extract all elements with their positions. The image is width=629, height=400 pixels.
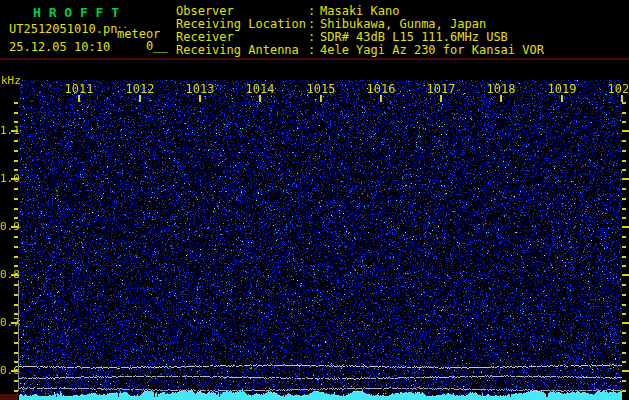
time-tick-label: 1014 <box>238 83 282 96</box>
freq-minor-tick-right <box>622 112 626 114</box>
info-label: Receiving Antenna <box>176 44 299 57</box>
freq-major-tick <box>11 274 18 276</box>
freq-minor-tick-right <box>622 188 626 190</box>
freq-major-tick-right <box>622 274 629 276</box>
freq-minor-tick-right <box>622 208 626 210</box>
freq-minor-tick-right <box>622 313 626 315</box>
freq-major-tick-right <box>622 370 629 372</box>
freq-minor-tick-right <box>622 198 626 200</box>
freq-minor-tick-right <box>622 294 626 296</box>
freq-minor-tick-right <box>622 236 626 238</box>
app-title: H R O F F T <box>33 5 119 20</box>
freq-minor-tick <box>14 160 18 162</box>
freq-major-tick <box>11 226 18 228</box>
freq-minor-tick-right <box>622 361 626 363</box>
time-tick-label: 1015 <box>299 83 343 96</box>
freq-minor-tick-right <box>622 380 626 382</box>
freq-minor-tick <box>14 198 18 200</box>
start-artifact-line <box>18 280 19 391</box>
time-tick <box>440 95 442 102</box>
freq-minor-tick <box>14 150 18 152</box>
freq-major-tick <box>11 322 18 324</box>
time-tick-label: 1018 <box>479 83 523 96</box>
freq-minor-tick <box>14 265 18 267</box>
freq-minor-tick-right <box>622 150 626 152</box>
time-tick <box>78 95 80 102</box>
time-tick-label: 1020 <box>600 83 629 96</box>
freq-minor-tick-right <box>622 217 626 219</box>
freq-major-tick-right <box>622 130 629 132</box>
freq-minor-tick <box>14 246 18 248</box>
freq-minor-tick <box>14 217 18 219</box>
freq-minor-tick-right <box>622 160 626 162</box>
freq-minor-tick-right <box>622 390 626 392</box>
freq-major-tick <box>11 370 18 372</box>
freq-minor-tick <box>14 256 18 258</box>
freq-minor-tick-right <box>622 352 626 354</box>
info-colon: : <box>308 44 315 57</box>
freq-minor-tick-right <box>622 121 626 123</box>
filename: UT2512051010.pn <box>9 23 117 36</box>
freq-minor-tick-right <box>622 102 626 104</box>
freq-minor-tick-right <box>622 169 626 171</box>
time-tick-label: 1013 <box>178 83 222 96</box>
freq-minor-tick-right <box>622 256 626 258</box>
info-value: 4ele Yagi Az 230 for Kansai VOR <box>320 44 544 57</box>
time-tick <box>259 95 261 102</box>
freq-minor-tick-right <box>622 342 626 344</box>
freq-minor-tick <box>14 188 18 190</box>
time-tick-label: 1016 <box>359 83 403 96</box>
freq-minor-tick <box>14 169 18 171</box>
freq-major-tick-right <box>622 178 629 180</box>
time-tick <box>621 95 623 102</box>
time-tick <box>380 95 382 102</box>
hrofft-screen: H R O F F T UT2512051010.pn .. meteor 25… <box>0 0 629 400</box>
freq-minor-tick <box>14 102 18 104</box>
time-tick-label: 1017 <box>419 83 463 96</box>
freq-major-tick-right <box>622 226 629 228</box>
time-tick-label: 1012 <box>118 83 162 96</box>
time-tick-label: 1011 <box>57 83 101 96</box>
freq-minor-tick-right <box>622 246 626 248</box>
freq-minor-tick-right <box>622 140 626 142</box>
freq-minor-tick-right <box>622 332 626 334</box>
freq-minor-tick <box>14 121 18 123</box>
freq-minor-tick-right <box>622 284 626 286</box>
freq-minor-tick-right <box>622 304 626 306</box>
time-tick <box>320 95 322 102</box>
time-tick <box>500 95 502 102</box>
bottom-left-strip <box>0 394 18 400</box>
echo-count: 0__ <box>146 40 168 53</box>
time-tick <box>139 95 141 102</box>
freq-major-tick-right <box>622 322 629 324</box>
freq-minor-tick <box>14 208 18 210</box>
freq-major-tick <box>11 130 18 132</box>
time-tick <box>199 95 201 102</box>
freq-major-tick <box>11 178 18 180</box>
datetime: 25.12.05 10:10 <box>9 41 110 54</box>
freq-minor-tick <box>14 140 18 142</box>
time-tick <box>561 95 563 102</box>
freq-minor-tick <box>14 236 18 238</box>
time-tick-label: 1019 <box>540 83 584 96</box>
freq-minor-tick-right <box>622 265 626 267</box>
spectrogram-canvas <box>19 80 622 400</box>
header-divider <box>0 58 629 60</box>
khz-unit-label: kHz <box>1 75 21 87</box>
freq-minor-tick <box>14 112 18 114</box>
